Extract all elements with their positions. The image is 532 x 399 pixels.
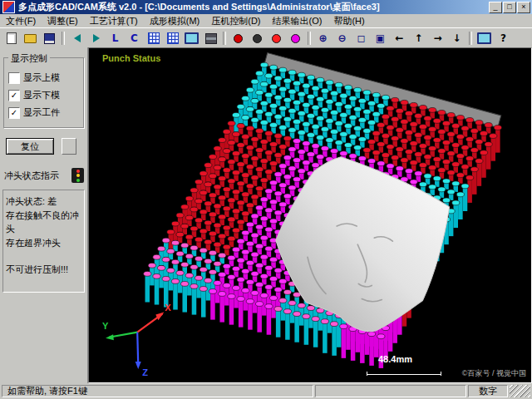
save-file-button[interactable] [41,31,58,47]
3d-scene[interactable]: XYZ [89,48,531,382]
zoom-out-icon: ⊖ [337,33,346,43]
checkbox-label-show-workpiece: 显示工件 [23,106,60,119]
matrix-button[interactable] [164,31,181,47]
display-checkbox-list: 显示上模✓显示下模✓显示工件 [7,71,80,119]
punch-state-red2-button[interactable] [268,31,285,47]
watermark: ©百家号 / 视觉中国 [462,368,526,379]
punch-state-red-button[interactable] [229,31,247,47]
back-button[interactable] [68,31,86,47]
pan-up-button[interactable]: ↑ [410,31,427,47]
sidebar: 显示控制 显示上模✓显示下模✓显示工件 复位 冲头状态指示 冲头状态: 差存在接… [0,47,88,383]
scale-tick-right [441,372,441,376]
press-tool-icon [205,33,217,44]
menu-item-help[interactable]: 帮助(H) [328,14,370,28]
matrix-icon [167,32,179,44]
menu-item-forming-sim[interactable]: 成形模拟(M) [144,14,206,28]
scale-line [367,374,441,375]
zoom-in-icon: ⊕ [318,33,327,43]
press-tool-button[interactable] [202,31,219,47]
resize-grip[interactable] [510,385,530,397]
zoom-out-button[interactable]: ⊖ [333,31,351,47]
mesh-button[interactable] [145,31,162,47]
display-control-group-title: 显示控制 [8,52,50,65]
reset-button[interactable]: 复位 [6,138,54,155]
tool-l-button[interactable]: L [106,31,124,47]
menu-item-adjust[interactable]: 调整(E) [42,14,84,28]
forward-button[interactable] [87,31,105,47]
title-bar: 多点成形CAD/CAM系统 v2.0 - [C:\Documents and S… [0,0,532,14]
zoom-in-button[interactable]: ⊕ [314,31,332,47]
open-file-icon [24,34,37,43]
checkbox-row-show-lower-die[interactable]: ✓显示下模 [8,89,79,101]
menu-item-press-control[interactable]: 压机控制(D) [205,14,266,28]
checkbox-show-lower-die[interactable]: ✓ [8,90,20,101]
checkbox-row-show-upper-die[interactable]: 显示上模 [8,71,79,84]
menu-item-process-calc[interactable]: 工艺计算(T) [84,14,144,28]
help-button[interactable]: ? [495,31,512,47]
punch-state-dark-icon [253,34,262,43]
punch-state-magenta-icon [291,34,300,43]
save-file-icon [44,33,55,44]
checkbox-show-upper-die[interactable] [8,72,20,84]
punch-state-red2-icon [272,34,281,43]
pan-down-icon: ↓ [452,33,461,43]
toolbar-separator [308,32,311,45]
statusbar-empty-panel [315,385,466,397]
monitor-icon [185,32,199,44]
pan-right-button[interactable]: → [429,31,446,47]
new-file-button[interactable] [2,31,20,47]
punch-status-line: 存在接触不良的冲头 [6,209,81,236]
checkbox-row-show-workpiece[interactable]: ✓显示工件 [8,106,79,119]
menu-item-file[interactable]: 文件(F) [0,14,42,28]
pan-up-icon: ↑ [414,33,422,43]
pan-left-button[interactable]: ← [391,31,408,47]
zoom-window-button[interactable]: ◻ [352,31,370,47]
menu-bar: 文件(F)调整(E)工艺计算(T)成形模拟(M)压机控制(D)结果输出(O)帮助… [0,14,532,28]
punch-indicator-row: 冲头状态指示 [4,168,84,183]
tool-c-button[interactable]: C [126,31,143,47]
checkbox-label-show-upper-die: 显示上模 [23,71,60,84]
open-file-button[interactable] [22,31,39,47]
toolbar-separator [223,32,226,45]
pan-down-button[interactable]: ↓ [448,31,466,47]
statusbar-num-indicator: 数字 [468,385,508,397]
window-title: 多点成形CAD/CAM系统 v2.0 - [C:\Documents and S… [18,1,488,13]
viewport[interactable]: XYZ Punch Status 48.4mm ©百家号 / 视觉中国 [88,47,532,383]
close-button[interactable]: × [517,2,530,13]
monitor-button[interactable] [183,31,200,47]
axes-triad: XYZ [102,303,171,377]
punch-state-dark-button[interactable] [249,31,266,47]
punch-status-line: 不可进行压制!!! [6,263,81,277]
svg-text:X: X [165,303,171,313]
mesh-icon [148,32,160,44]
forward-icon [93,34,100,42]
main-area: 显示控制 显示上模✓显示下模✓显示工件 复位 冲头状态指示 冲头状态: 差存在接… [0,47,532,383]
punch-state-red-icon [234,34,243,43]
punch-indicator-label: 冲头状态指示 [4,170,59,182]
checkbox-label-show-lower-die: 显示下模 [23,89,60,101]
menu-item-result-output[interactable]: 结果输出(O) [267,14,328,28]
toolbar-separator [469,32,472,45]
checkbox-show-workpiece[interactable]: ✓ [8,107,20,119]
punch-state-magenta-button[interactable] [287,31,304,47]
view-screen-button[interactable] [475,31,493,47]
zoom-fit-button[interactable]: ▣ [372,31,389,47]
svg-text:Y: Y [102,321,109,331]
svg-text:Z: Z [142,367,148,377]
punch-status-line: 冲头状态: 差 [6,195,81,209]
punch-status-area: 冲头状态: 差存在接触不良的冲头存在超界冲头不可进行压制!!! [2,190,85,293]
zoom-fit-icon: ▣ [376,33,385,43]
reset-row: 复位 [6,138,83,155]
traffic-light-icon [71,168,84,183]
punch-status-line: 存在超界冲头 [6,236,81,250]
help-icon: ? [500,33,506,43]
toolbar: LC⊕⊖◻▣←↑→↓? [0,28,532,49]
pan-left-icon: ← [395,33,403,43]
statusbar-help-text: 如需帮助, 请按F1键 [2,385,313,397]
minimize-button[interactable]: _ [489,2,502,13]
pan-right-icon: → [433,33,441,43]
viewport-status-label: Punch Status [102,53,160,63]
view-screen-icon [477,32,491,44]
maximize-button[interactable]: □ [503,2,516,13]
tool-c-icon: C [131,33,138,43]
